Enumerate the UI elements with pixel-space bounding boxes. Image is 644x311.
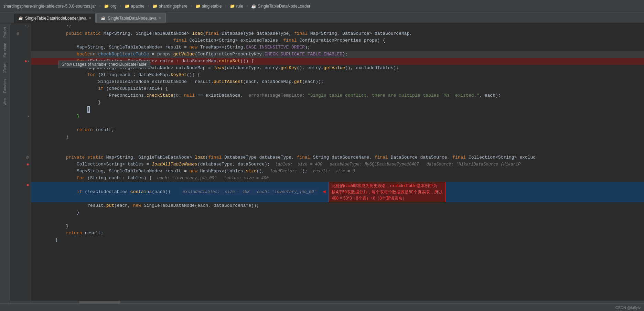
code-line-comment: */ [31, 23, 644, 30]
code-line-result-put: result.put(each, new SingleTableDataNode… [31, 202, 644, 209]
code-line-hashmap: Map<String, SingleTableDataNode> result … [31, 168, 644, 175]
gutter-row-close6 [10, 223, 31, 230]
gutter-row-ifexcl: ● [10, 182, 31, 189]
gutter-row-public: @ [10, 30, 31, 37]
gutter-row-blank2 [10, 140, 31, 147]
breadcrumb-singletable: 📁 singletable [195, 4, 222, 9]
code-line-private: private static Map<String, SingleTableDa… [31, 154, 644, 161]
tab-label-1: SingleTableDataNodeLoader.java [25, 16, 86, 21]
gutter-row-bool [10, 51, 31, 58]
folder-icon-3: 📁 [152, 4, 158, 9]
gutter-row-blank4 [10, 202, 31, 209]
code-line-if-excluded: if (!excludedTables.contains(each)) excl… [31, 182, 644, 202]
folder-icon-5: 📁 [230, 4, 235, 9]
code-line-return1: return result; [31, 127, 644, 133]
fold-arrow-1[interactable]: ▾ [27, 59, 29, 63]
code-line-close2: } [31, 113, 644, 120]
sidebar-web[interactable]: Web [3, 98, 7, 105]
gutter-row-close3 [10, 133, 31, 140]
close-tab-2[interactable]: ✕ [159, 16, 161, 20]
breakpoint-icon-3[interactable]: ● [26, 182, 29, 188]
code-line-bool: boolean checkDuplicateTable = props.getV… [31, 51, 644, 58]
gutter-row-close1 [10, 99, 31, 106]
gutter-row-if [10, 85, 31, 92]
code-line-blank3 [31, 147, 644, 154]
gutter-row-resultput [10, 189, 31, 195]
sidebar-label[interactable]: JRebel [3, 63, 7, 73]
breadcrumb-loader: ☕ SingleTableDataNodeLoader [251, 4, 310, 9]
breadcrumb-shardingsphere: 📁 shardingsphere [152, 4, 187, 9]
code-line-for-each: for (String each : dataNodeMap.keySet())… [31, 72, 644, 78]
code-editor[interactable]: Show usages of variable 'checkDuplicateT… [31, 23, 644, 311]
line-gutter: */ @ ● ▾ [10, 23, 31, 311]
sidebar-project[interactable]: Project [3, 27, 7, 37]
sidebar-structure[interactable]: Structure [3, 43, 7, 57]
gutter-row-coll: ● [10, 161, 31, 168]
code-line-blank4 [31, 216, 644, 223]
gutter-row-blank1 [10, 120, 31, 127]
code-line-coll-tables: Collection<String> tables = loadAllTable… [31, 161, 644, 168]
fold-arrow-2[interactable]: ▾ [27, 114, 29, 118]
code-line-blank1 [31, 120, 644, 127]
sep1: › [119, 4, 121, 9]
separator: › [99, 4, 101, 9]
gutter-and-code: */ @ ● ▾ [10, 23, 644, 311]
code-line-close3: } [31, 133, 644, 140]
sep3: › [190, 4, 193, 9]
folder-icon-4: 📁 [195, 4, 201, 9]
code-line-blank2 [31, 140, 644, 147]
at-icon-2: @ [26, 156, 29, 160]
var-check: checkDuplicateTable [98, 51, 149, 58]
status-bar: CSDN @luffylv [0, 303, 644, 311]
tab-loader[interactable]: ☕ SingleTableDataNodeLoader.java ✕ [14, 13, 96, 23]
sep5: › [246, 4, 248, 9]
breadcrumb-rule: 📁 rule [230, 4, 243, 9]
gutter-row-blank3 [10, 147, 31, 154]
gutter-row-cursor [10, 106, 31, 113]
editor-area: */ @ ● ▾ [10, 23, 644, 311]
sidebar-favorites[interactable]: Favorites [3, 79, 7, 93]
code-line-close4: } [31, 209, 644, 216]
tooltip-text: Show usages of variable 'checkDuplicateT… [62, 62, 147, 67]
folder-icon-2: 📁 [125, 4, 130, 9]
code-line-for-tables: for (String each : tables) { each: "inve… [31, 175, 644, 182]
gutter-row-forstr [10, 175, 31, 182]
breakpoint-icon-1[interactable]: ● [24, 58, 27, 64]
at-icon-1: @ [17, 32, 19, 36]
gutter-row-map [10, 44, 31, 51]
jar-name: shardingsphere-single-table-core-5.0.0-s… [3, 4, 96, 9]
gutter-row-final [10, 37, 31, 44]
title-bar: shardingsphere-single-table-core-5.0.0-s… [0, 0, 644, 12]
gutter-row-close5 [10, 209, 31, 216]
gutter-row-close4 [10, 195, 31, 202]
gutter-row-comment: */ [10, 23, 31, 30]
code-line-treemap: Map<String, SingleTableDataNode> result … [31, 44, 644, 51]
gutter-row-private: @ [10, 154, 31, 161]
comment-close: */ [34, 23, 71, 30]
breadcrumb-org: 📁 org [104, 4, 116, 9]
code-line-close1: } [31, 99, 644, 106]
status-text: CSDN @luffylv [615, 305, 641, 310]
code-line-if-check: if (checkDuplicateTable) { [31, 85, 644, 92]
tooltip-box: Show usages of variable 'checkDuplicateT… [58, 61, 150, 68]
horizontal-scrollbar[interactable] [10, 301, 644, 303]
gutter-row-for1: ● ▾ [10, 58, 31, 65]
java-icon-tab1: ☕ [18, 16, 23, 20]
line-num: */ [20, 25, 29, 29]
code-line-precond: Preconditions.checkState(b: null == exis… [31, 92, 644, 99]
code-line-final-coll: final Collection<String> excludedTables,… [31, 37, 644, 44]
breakpoint-icon-2[interactable]: ● [26, 162, 29, 167]
breadcrumb-apache: 📁 apache [125, 4, 144, 9]
code-line-public: public static Map<String, SingleTableDat… [31, 30, 644, 37]
code-line-return2: return result; [31, 230, 644, 237]
arrow-right-icon: ◄ [319, 189, 326, 195]
java-icon: ☕ [251, 4, 256, 9]
close-tab-1[interactable]: ✕ [88, 16, 91, 20]
code-line-close5: } [31, 223, 644, 230]
folder-icon: 📁 [104, 4, 109, 9]
gutter-row-datanode [10, 65, 31, 72]
tab-datanode[interactable]: ☕ SingleTableDataNode.java ✕ [96, 13, 165, 23]
tab-bar: ☕ SingleTableDataNodeLoader.java ✕ ☕ Sin… [0, 12, 644, 23]
cls-map: Map [104, 30, 111, 37]
gutter-row-close2: ▾ [10, 113, 31, 120]
